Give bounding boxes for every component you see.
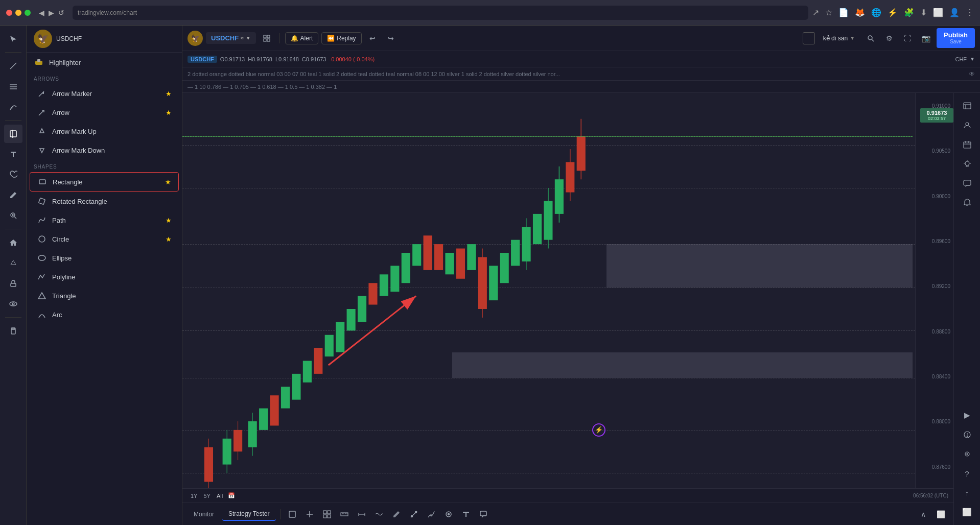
arrow-mark-down-item[interactable]: Arrow Mark Down [30,141,179,159]
range-all[interactable]: All [214,492,226,500]
camera-icon[interactable]: 📷 [918,31,934,46]
arrow-mark-up-item[interactable]: Arrow Mark Up [30,122,179,140]
circle-star[interactable]: ★ [166,235,172,243]
ellipse-item[interactable]: Ellipse [30,249,179,267]
close-btn[interactable] [6,10,12,16]
refresh-icon[interactable]: ↺ [58,9,64,17]
menu-icon2[interactable]: ⬇ [920,8,927,17]
eye-tool[interactable] [4,295,22,313]
lock-tool[interactable] [4,274,22,293]
settings-icon[interactable]: ⚙ [881,31,897,46]
zoom-axis-btn[interactable] [959,445,976,463]
play-btn[interactable]: ▶ [959,407,976,424]
brush-tool[interactable] [424,507,439,522]
bell-btn[interactable] [959,194,976,211]
arrow-star[interactable]: ★ [166,109,172,116]
calendar-right-btn[interactable] [959,136,976,153]
profile-icon[interactable]: 👤 [949,8,960,17]
calendar-icon[interactable]: 📅 [228,492,235,499]
tab-monitor[interactable]: Monitor [188,508,220,520]
watchlist-btn[interactable] [959,97,976,114]
lightning-marker[interactable]: ⚡ [592,423,605,437]
split-icon[interactable]: ⬜ [933,8,943,17]
more-icon[interactable]: ⋮ [966,8,974,17]
pencil-tool[interactable] [4,186,22,204]
ruler-tool[interactable] [337,507,352,522]
select-rect-tool[interactable] [285,507,300,522]
wave-tool[interactable] [371,507,387,522]
arrow-item[interactable]: Arrow ★ [30,103,179,122]
chart-area[interactable]: ⚡ 0.91673 02:03:57 0.91000 0.90500 [182,93,953,525]
home-tool[interactable] [4,233,22,252]
text-tool[interactable] [4,145,22,163]
search-icon[interactable] [863,31,878,46]
ideas-btn[interactable] [959,155,976,173]
bookmark-icon[interactable]: ☆ [825,8,832,17]
grid-icon[interactable] [259,31,274,46]
alert-button[interactable]: 🔔 Alert [285,32,319,44]
tab-strategy-tester[interactable]: Strategy Tester [222,508,275,521]
path-star[interactable]: ★ [166,217,172,224]
heart-tool[interactable] [4,165,22,184]
rectangle-item[interactable]: Rectangle ★ [30,172,179,192]
shapes-tool[interactable] [4,125,22,143]
arc-label: Arc [52,311,62,319]
svg-rect-111 [964,180,971,185]
polyline-item[interactable]: Polyline [30,268,179,286]
highlighter-item[interactable]: Highlighter [27,53,182,72]
svg-rect-23 [39,198,45,205]
collapse-sidebar-btn[interactable]: ↑ [959,484,976,502]
undo-icon[interactable]: ↩ [365,31,380,46]
svg-rect-22 [39,180,45,184]
expand-tool[interactable]: ⬜ [933,507,948,522]
zoom-tool[interactable] [4,206,22,225]
rotated-rectangle-item[interactable]: Rotated Rectangle [30,192,179,210]
line-tool[interactable] [4,57,22,75]
measure-tool[interactable] [354,507,369,522]
minimize-btn[interactable] [15,10,21,16]
cursor-tool[interactable] [4,30,22,48]
path-item[interactable]: Path ★ [30,211,179,229]
back-icon[interactable]: ◀ [39,9,44,17]
share-icon[interactable]: ↗ [812,8,819,17]
help-btn[interactable]: ? [959,465,976,482]
circle-draw-tool[interactable] [441,507,456,522]
range-1y[interactable]: 1Y [188,492,200,500]
reader-icon[interactable]: 📄 [838,8,849,17]
address-bar[interactable]: tradingview.com/chart [73,6,808,20]
replay-button[interactable]: ⏪ Replay [321,32,361,44]
publish-button[interactable]: Publish Save [937,28,975,49]
extension-icon[interactable]: 🧩 [904,8,914,17]
notify-btn[interactable] [959,426,976,443]
chevron-down-currency[interactable]: ▼ [970,56,975,62]
arc-item[interactable]: Arc [30,305,179,324]
eye-toggle[interactable]: 👁 [969,70,975,78]
triangle-item[interactable]: Triangle [30,287,179,305]
trash-tool[interactable] [4,322,22,340]
symbol-selector[interactable]: USDCHF ≈ ▼ [206,32,256,44]
grid-tool[interactable] [319,507,335,522]
draw-tool[interactable] [4,254,22,272]
crosshair-tool[interactable] [302,507,317,522]
rectangle-star[interactable]: ★ [165,178,171,186]
layout-box[interactable] [803,32,815,44]
maximize-btn[interactable] [25,10,31,16]
text-draw-tool[interactable] [458,507,474,522]
comment-tool[interactable] [476,507,491,522]
chat-btn[interactable] [959,175,976,192]
keke-button[interactable]: kẻ đi săn ▼ [818,33,860,44]
redo-icon[interactable]: ↪ [383,31,399,46]
arrow-marker-item[interactable]: Arrow Marker ★ [30,84,179,103]
circle-item[interactable]: Circle ★ [30,230,179,248]
window-btn[interactable]: ⬜ [959,504,976,521]
range-5y[interactable]: 5Y [200,492,213,500]
lines-tool[interactable] [4,77,22,96]
arrow-marker-star[interactable]: ★ [166,90,172,98]
fullscreen-icon[interactable]: ⛶ [900,31,915,46]
pen-tool[interactable] [389,507,404,522]
forward-icon[interactable]: ▶ [49,9,54,17]
fib-tool[interactable] [4,98,22,116]
trend-tool[interactable] [406,507,422,522]
profile-right-btn[interactable] [959,116,976,134]
collapse-down[interactable]: ∧ [916,507,931,522]
